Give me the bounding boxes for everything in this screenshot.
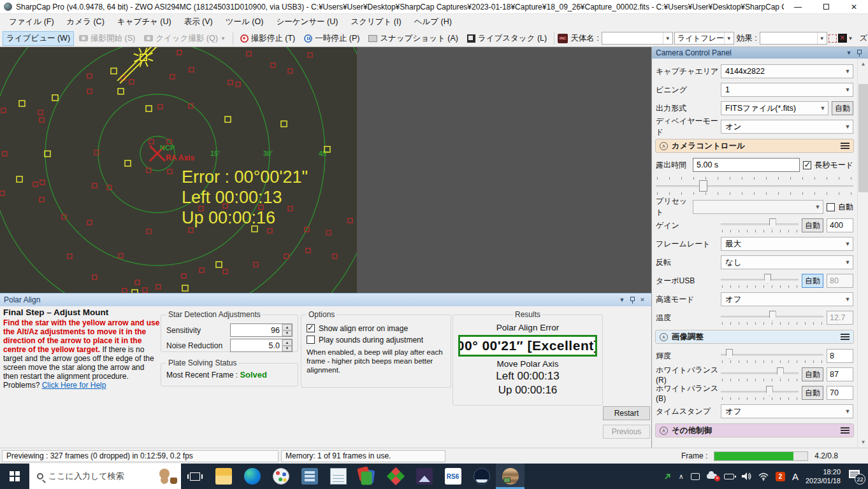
menu-item[interactable]: 表示 (V) <box>178 15 219 29</box>
section-menu-icon[interactable] <box>841 143 850 149</box>
auto-button[interactable]: 自動 <box>802 367 823 381</box>
collapse-icon[interactable]: ∧ <box>660 427 668 435</box>
menu-item[interactable]: キャプチャ (U) <box>111 15 178 29</box>
explorer-taskbar-icon[interactable] <box>209 464 238 489</box>
notepad-taskbar-icon[interactable] <box>324 464 352 489</box>
show-hidden-icons-chevron[interactable]: ∧ <box>679 472 684 481</box>
section-header[interactable]: ∧その他制御 <box>655 423 854 437</box>
noise-reduction-spinner[interactable]: 5.0 ▲▼ <box>230 339 293 352</box>
vertical-scrollbar[interactable]: ▲ ▼ <box>857 59 868 448</box>
live-stack-button[interactable]: ライブスタック (L) <box>463 31 551 46</box>
slider-thumb[interactable] <box>769 218 776 229</box>
section-header[interactable]: ∧カメラコントロール <box>655 139 854 153</box>
snapshot-button[interactable]: スナップショット (A) <box>365 31 461 46</box>
menu-item[interactable]: ツール (O) <box>219 15 270 29</box>
collapse-icon[interactable]: ∧ <box>660 142 668 150</box>
tablet-mode-icon[interactable] <box>691 473 700 480</box>
exposure-slider[interactable] <box>656 176 853 196</box>
value-input[interactable]: 80 <box>827 274 853 288</box>
capture-start-button[interactable]: 撮影開始 (S) <box>75 31 139 46</box>
taskbar-search-input[interactable]: ここに入力して検索 <box>29 464 181 489</box>
dropdown[interactable]: オン▼ <box>721 120 853 134</box>
battery-icon[interactable] <box>724 474 734 479</box>
spin-up-icon[interactable]: ▲ <box>282 339 292 346</box>
onedrive-error-icon[interactable] <box>707 474 717 479</box>
image-display-area[interactable]: 15'30'45'NCPRA AxisError : 00°00'21"Left… <box>0 47 651 293</box>
quick-capture-button[interactable]: クイック撮影 (Q)▼ <box>140 31 229 46</box>
slider[interactable] <box>721 348 823 364</box>
value-input[interactable]: 8 <box>827 349 853 363</box>
pin-icon[interactable] <box>854 48 864 57</box>
scroll-up-icon[interactable]: ▲ <box>858 59 868 69</box>
help-link[interactable]: Click Here for Help <box>42 381 106 390</box>
slider-thumb[interactable] <box>777 367 784 378</box>
object-name-combobox[interactable]: ▼ <box>602 32 673 45</box>
paint-taskbar-icon[interactable] <box>266 464 295 489</box>
restart-button[interactable]: Restart <box>603 406 650 420</box>
menu-item[interactable]: スクリプト (I) <box>344 15 407 29</box>
spin-up-icon[interactable]: ▲ <box>282 324 292 330</box>
panel-menu-icon[interactable]: ▼ <box>844 48 854 57</box>
slider[interactable] <box>721 385 799 400</box>
selection-area-icon[interactable] <box>828 34 837 43</box>
value-input[interactable]: 70 <box>827 386 853 400</box>
exposure-input[interactable]: 5.00 s <box>693 158 800 172</box>
speaker-icon[interactable] <box>741 472 751 481</box>
value-input[interactable]: 400 <box>827 218 853 232</box>
slider[interactable] <box>721 273 799 288</box>
auto-button[interactable]: 自動 <box>802 274 823 288</box>
pause-button[interactable]: 一時停止 (P) <box>300 31 363 46</box>
calculator-taskbar-icon[interactable] <box>295 464 324 489</box>
menu-item[interactable]: カメラ (C) <box>61 15 111 29</box>
dropdown[interactable]: 最大▼ <box>721 237 853 251</box>
crosshair-icon[interactable]: ✕ <box>838 34 847 43</box>
minimize-button[interactable]: — <box>784 0 812 14</box>
start-button[interactable] <box>0 464 29 489</box>
camera-panel-header[interactable]: Camera Control Panel ▼ <box>652 47 868 59</box>
slider-thumb[interactable] <box>766 386 773 396</box>
cards-taskbar-icon[interactable] <box>352 464 381 489</box>
section-header[interactable]: ∧画像調整 <box>655 330 854 344</box>
menu-item[interactable]: ファイル (F) <box>3 15 61 29</box>
menu-item[interactable]: ヘルプ (H) <box>408 15 458 29</box>
effects-combobox[interactable]: ▼ <box>760 32 827 45</box>
panel-menu-icon[interactable]: ▼ <box>617 295 627 304</box>
close-button[interactable]: ✕ <box>840 0 868 14</box>
value-input[interactable]: 12.7 <box>827 311 853 325</box>
previous-button[interactable]: Previous <box>603 425 650 439</box>
rs6-taskbar-icon[interactable]: RS6 <box>438 464 467 489</box>
dropdown[interactable]: 4144x2822▼ <box>721 64 853 78</box>
capture-stop-button[interactable]: 撮影停止 (T) <box>236 31 299 46</box>
dropdown[interactable]: FITSファイル(*.fits)▼ <box>721 101 828 115</box>
slider-thumb[interactable] <box>726 349 733 359</box>
close-icon[interactable]: ✕ <box>637 295 647 304</box>
auto-button[interactable]: 自動 <box>802 386 823 400</box>
slider[interactable] <box>721 310 823 325</box>
auto-button[interactable]: 自動 <box>832 101 853 115</box>
auto-button[interactable]: 自動 <box>802 218 823 232</box>
dropdown[interactable]: ▼ <box>693 200 823 214</box>
task-view-button[interactable] <box>181 464 209 489</box>
slider-thumb[interactable] <box>769 311 776 321</box>
sharpcap-taskbar-icon[interactable] <box>496 464 524 489</box>
live-view-button[interactable]: ライブビュー (W) <box>3 31 74 46</box>
auto-checkbox[interactable] <box>827 203 835 211</box>
pin-icon[interactable] <box>627 295 637 304</box>
collapse-icon[interactable]: ∧ <box>660 333 668 341</box>
sensitivity-spinner[interactable]: 96 ▲▼ <box>230 323 293 337</box>
section-menu-icon[interactable] <box>841 427 850 434</box>
polar-align-header[interactable]: Polar Align ▼ ✕ <box>0 294 651 306</box>
dropdown[interactable]: 1▼ <box>721 83 853 97</box>
stellarium-taskbar-icon[interactable] <box>467 464 496 489</box>
chevron-down-icon[interactable]: ▼ <box>848 36 853 41</box>
maximize-button[interactable] <box>812 0 840 14</box>
dropdown[interactable]: オフ▼ <box>721 292 853 306</box>
scrollbar-thumb[interactable] <box>858 84 868 192</box>
slider-thumb[interactable] <box>764 274 771 284</box>
photos-taskbar-icon[interactable] <box>410 464 438 489</box>
notification-center-button[interactable]: 22 <box>848 470 864 483</box>
section-menu-icon[interactable] <box>841 334 850 340</box>
play-sounds-checkbox[interactable] <box>307 336 315 344</box>
wifi-icon[interactable] <box>758 472 769 481</box>
dropdown[interactable]: なし▼ <box>721 255 853 269</box>
